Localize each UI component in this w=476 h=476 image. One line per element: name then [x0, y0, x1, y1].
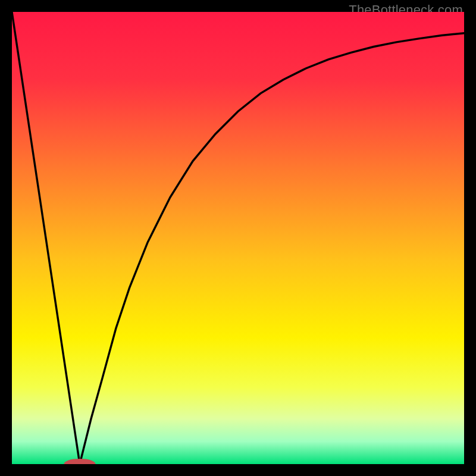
series-left-branch	[12, 12, 80, 464]
minimum-marker	[64, 459, 95, 464]
outer-frame: TheBottleneck.com	[0, 0, 476, 476]
plot-area	[12, 12, 464, 464]
curve-layer	[12, 12, 464, 464]
series-group	[12, 12, 464, 464]
series-right-branch	[80, 33, 464, 464]
